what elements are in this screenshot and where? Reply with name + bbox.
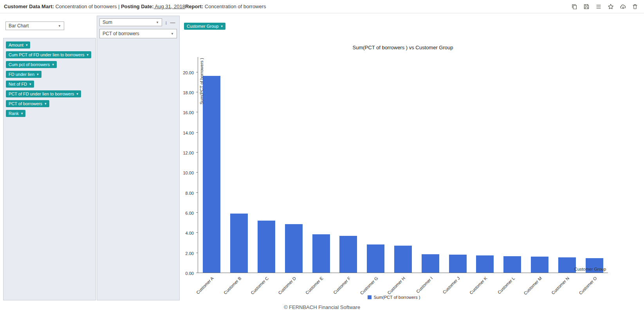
x-label-slot: Customer M <box>526 273 553 293</box>
field-chip[interactable]: PCT of borrowers <box>6 100 49 107</box>
bar-slot <box>307 234 335 273</box>
y-axis-ticks: 0.002.004.006.008.0010.0012.0014.0016.00… <box>180 57 198 273</box>
bar-slot <box>253 221 280 273</box>
sort-updown-icon[interactable]: ↕ <box>165 20 168 25</box>
y-tick-label: 8.00 <box>186 191 194 196</box>
bar-slot <box>444 255 471 273</box>
aggregation-select[interactable]: Sum <box>99 18 162 26</box>
measure-value: PCT of borrowers <box>103 31 139 36</box>
field-chip-label: FD under lien <box>9 72 34 77</box>
x-label-slot: Customer L <box>498 273 526 293</box>
y-tick-label: 12.00 <box>183 151 194 155</box>
field-chip[interactable]: FD under lien <box>6 71 41 78</box>
field-chip[interactable]: Cum PCT of FD under lien to borrowers <box>6 51 91 58</box>
left-column: Bar Chart AmountCum PCT of FD under lien… <box>3 16 96 300</box>
x-label-slot: Customer H <box>389 273 417 293</box>
y-tick-label: 0.00 <box>186 271 194 276</box>
field-chip-label: Cum PCT of FD under lien to borrowers <box>9 52 85 57</box>
export-icon[interactable] <box>571 3 578 10</box>
x-tick-label: Customer C <box>250 276 269 295</box>
x-tick-label: Customer A <box>195 276 215 295</box>
footer-copyright: © FERNBACH Financial Software <box>0 304 644 310</box>
x-tick-label: Customer N <box>551 276 570 295</box>
bar[interactable] <box>339 236 357 273</box>
bar[interactable] <box>258 221 275 273</box>
bar[interactable] <box>394 246 412 273</box>
bar-slot <box>335 236 362 273</box>
trash-icon[interactable] <box>631 3 639 10</box>
remove-measure-icon[interactable]: — <box>170 20 175 25</box>
posting-date-label: Posting Date: <box>121 4 154 9</box>
group-by-pill[interactable]: Customer Group <box>184 23 225 30</box>
y-tick-label: 6.00 <box>186 211 194 216</box>
x-label-slot: Customer K <box>471 273 499 293</box>
field-chip-label: Cum pct of borrowers <box>9 62 50 67</box>
x-label-slot: Customer G <box>362 273 389 293</box>
x-labels-row: Customer ACustomer BCustomer CCustomer D… <box>198 273 608 293</box>
measure-panel: Sum ↕ — PCT of borrowers <box>97 16 180 300</box>
chart-type-select[interactable]: Bar Chart <box>5 22 64 30</box>
field-chip-label: PCT of FD under lien to borrowers <box>9 92 74 96</box>
breadcrumb: Customer Data Mart: Concentration of bor… <box>4 4 266 9</box>
x-label-slot: Customer B <box>225 273 253 293</box>
chart-title: Sum(PCT of borrowers ) vs Customer Group <box>180 45 644 50</box>
cloud-download-icon[interactable] <box>619 3 626 10</box>
report-value: Concentration of borrowers <box>203 4 266 9</box>
bar[interactable] <box>422 254 439 273</box>
chart-area: Customer Group Sum(PCT of borrowers ) vs… <box>180 16 644 300</box>
y-tick-label: 2.00 <box>186 251 194 256</box>
bar-slot <box>280 224 307 273</box>
bar[interactable] <box>230 214 248 273</box>
bars-container: Sum(PCT of borrowers ) Customer Group <box>198 57 608 273</box>
bar-slot <box>526 257 554 273</box>
list-view-icon[interactable] <box>595 3 602 10</box>
field-chip[interactable]: Net of FD <box>6 81 34 88</box>
header-bar: Customer Data Mart: Concentration of bor… <box>0 0 644 13</box>
x-tick-label: Customer J <box>442 276 461 295</box>
x-tick-label: Customer B <box>223 276 242 295</box>
bar[interactable] <box>367 244 384 273</box>
field-chip[interactable]: Rank <box>6 110 25 117</box>
x-tick-label: Customer I <box>415 276 434 294</box>
x-label-slot: Customer C <box>253 273 280 293</box>
datamart-label: Customer Data Mart: <box>4 4 54 9</box>
bar[interactable] <box>503 256 521 273</box>
bar-slot <box>390 246 417 273</box>
chart-type-value: Bar Chart <box>9 23 29 29</box>
bar-slot <box>471 255 499 273</box>
save-icon[interactable] <box>583 3 590 10</box>
bar[interactable] <box>449 255 467 273</box>
field-chip[interactable]: PCT of FD under lien to borrowers <box>6 90 81 97</box>
favorite-star-icon[interactable] <box>607 3 614 10</box>
bar[interactable] <box>203 76 220 273</box>
bar-slot <box>225 214 253 273</box>
posting-date-link[interactable]: Aug 31, 2018 <box>154 4 185 9</box>
aggregation-value: Sum <box>103 20 112 25</box>
field-chip-label: PCT of borrowers <box>9 101 42 106</box>
x-tick-label: Customer E <box>305 276 324 295</box>
main-content: Bar Chart AmountCum PCT of FD under lien… <box>0 13 644 298</box>
x-label-slot: Customer A <box>198 273 225 293</box>
y-tick-label: 16.00 <box>183 110 194 115</box>
field-chip[interactable]: Cum pct of borrowers <box>6 61 57 68</box>
bar[interactable] <box>285 224 303 273</box>
field-chip[interactable]: Amount <box>6 41 30 49</box>
measure-select[interactable]: PCT of borrowers <box>99 29 177 38</box>
y-axis-title: Sum(PCT of borrowers ) <box>199 58 204 104</box>
x-tick-label: Customer D <box>277 276 297 295</box>
bar-slot <box>417 254 444 273</box>
x-label-slot: Customer N <box>553 273 581 293</box>
field-chip-label: Net of FD <box>9 82 27 86</box>
y-tick-label: 10.00 <box>183 171 194 175</box>
bar[interactable] <box>312 234 330 273</box>
bar[interactable] <box>558 257 576 273</box>
bar[interactable] <box>476 255 494 273</box>
y-tick-label: 4.00 <box>186 231 194 235</box>
field-chip-label: Rank <box>9 111 19 116</box>
bar[interactable] <box>531 257 548 273</box>
x-tick-label: Customer H <box>386 276 406 295</box>
group-by-value: Customer Group <box>187 24 218 29</box>
x-tick-label: Customer G <box>359 276 379 295</box>
x-tick-label: Customer O <box>578 276 597 295</box>
x-label-slot: Customer F <box>334 273 362 293</box>
